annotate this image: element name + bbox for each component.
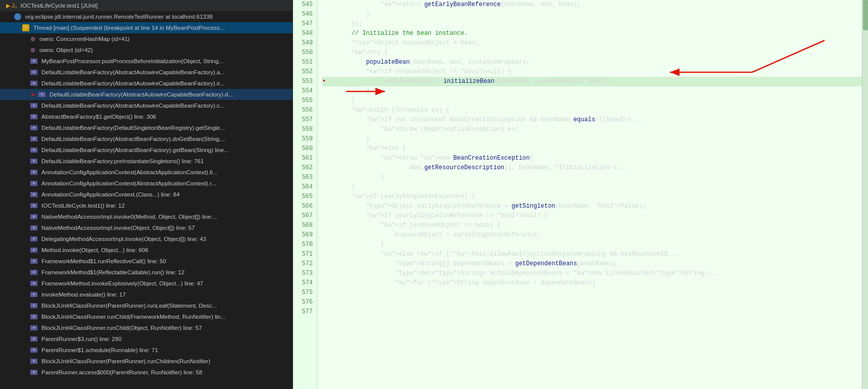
code-text: }	[322, 11, 370, 18]
line-number: 572	[293, 259, 313, 269]
code-line: }	[322, 10, 868, 19]
stack-item-text: DefaultListableBeanFactory(AbstractBeanF…	[41, 134, 225, 143]
code-line: // Initialize the bean instance.	[322, 29, 868, 38]
code-line: "kw">for ("type">String dependentBean : …	[322, 278, 868, 288]
stack-item[interactable]: ≡ MyBeanPostProcessor.postProcessBeforeI…	[0, 56, 293, 67]
line-number: 560	[293, 144, 313, 154]
stack-frame-icon: ≡	[38, 92, 45, 97]
stack-item[interactable]: ≡ ParentRunner$1.schedule(Runnable) line…	[0, 345, 293, 356]
owns-icon: ⊛	[30, 34, 35, 43]
stack-item[interactable]: ≡ NativeMethodAccessorImpl.invoke(Object…	[0, 222, 293, 233]
stack-item-text: BlockJUnit4ClassRunner.runChild(Object, …	[41, 323, 202, 332]
code-line: }	[322, 96, 868, 106]
stack-item[interactable]: ≡ FrameworkMethod$1(ReflectableCallable)…	[0, 267, 293, 278]
stack-item[interactable]: ≡ DefaultListableBeanFactory(DefaultSing…	[0, 122, 293, 133]
stack-item-text: org.eclipse.jdt.internal.junit.runner.Re…	[25, 12, 213, 21]
line-number: 565	[293, 192, 313, 202]
stack-item[interactable]: ≡ IOCTestLifeCycle.test1() line: 12	[0, 200, 293, 211]
code-line: "kw">if (exposedObject != "bool">null) {	[322, 67, 868, 77]
line-number: 557	[293, 115, 313, 125]
code-lines[interactable]: "kw">return getEarlyBeanReference(beanNa…	[317, 0, 868, 288]
line-number: 550	[293, 48, 313, 58]
line-number: 562	[293, 163, 313, 173]
code-line: "kw">if (earlySingletonExposure) {	[322, 192, 868, 202]
stack-item[interactable]: ⊛ owns: ConcurrentHashMap (id=41)	[0, 33, 293, 44]
stack-item[interactable]: ≡ BlockJUnit4ClassRunner.runChild(Object…	[0, 322, 293, 333]
right-scrollbar[interactable]	[862, 0, 868, 389]
code-text: exposedObject = earlySingletonReference;	[322, 231, 541, 238]
stack-item[interactable]: T Thread [main] (Suspended (breakpoint a…	[0, 22, 293, 33]
line-number: 545	[293, 0, 313, 10]
stack-item[interactable]: ≡ AnnotationConfigApplicationContext(Abs…	[0, 167, 293, 178]
stack-item[interactable]: ≡ FrameworkMethod.invokeExplosively(Obje…	[0, 278, 293, 289]
line-number: 570	[293, 240, 313, 250]
code-text: "kw">if	[322, 193, 377, 200]
thread-icon: T	[22, 24, 29, 31]
code-text: }	[322, 135, 370, 142]
stack-item[interactable]: ≡ DefaultListableBeanFactory(AbstractAut…	[0, 100, 293, 111]
stack-frame-icon: ≡	[30, 225, 37, 230]
stack-item-text: ParentRunner$1.schedule(Runnable) line: …	[41, 346, 158, 355]
stack-item[interactable]: ≡ AnnotationConfigApplicationContext.(Cl…	[0, 189, 293, 200]
stack-item[interactable]: ⊛ owns: Object (id=42)	[0, 44, 293, 56]
line-number: 556	[293, 106, 313, 115]
stack-item[interactable]: ≡ InvokeMethod.evaluate() line: 17	[0, 289, 293, 300]
line-number: 568	[293, 221, 313, 230]
code-line: "kw">try {	[322, 48, 868, 58]
code-text: exposedObject = initializeBean(beanName,…	[327, 78, 607, 85]
stack-item[interactable]: ≡ BlockJUnit4ClassRunner(ParentRunner).r…	[0, 300, 293, 311]
line-number: 563	[293, 173, 313, 182]
line-number: 569	[293, 230, 313, 240]
code-line: "type">Set<"type">String> actualDependen…	[322, 269, 868, 278]
stack-item[interactable]: ≡ BlockJUnit4ClassRunner(ParentRunner).r…	[0, 356, 293, 367]
scrollbar-thumb[interactable]	[863, 0, 868, 30]
code-text: });	[322, 20, 362, 27]
code-line: "kw">else "kw">if (!"kw">this.allowRawIn…	[322, 250, 868, 259]
stack-frame-icon: ≡	[30, 125, 37, 130]
stack-item[interactable]: ➤ ≡ DefaultListableBeanFactory(AbstractA…	[0, 89, 293, 100]
stack-item[interactable]: ≡ AbstractBeanFactory$1.getObject() line…	[0, 111, 293, 122]
stack-trace-list[interactable]: ▶ Jᵤ IOCTestLifeCycle.test1 [JUnit] org.…	[0, 0, 293, 389]
stack-item[interactable]: ≡ ParentRunner$3.run() line: 290	[0, 333, 293, 345]
stack-item-text: ParentRunner$3.run() line: 290	[41, 334, 122, 344]
code-line: mbd.getResourceDescription(), beanName, …	[322, 163, 868, 173]
stack-item-text: AnnotationConfigApplicationContext(Abstr…	[41, 168, 217, 177]
stack-item[interactable]: ≡ DefaultListableBeanFactory(AbstractAut…	[0, 78, 293, 89]
code-text: }	[322, 97, 355, 104]
stack-item[interactable]: ≡ ParentRunner.access$000(ParentRunner, …	[0, 367, 293, 378]
stack-item[interactable]: ≡ FrameworkMethod$1.runReflectiveCall() …	[0, 256, 293, 267]
code-line: exposedObject = earlySingletonReference;	[322, 230, 868, 240]
stack-item[interactable]: ≡ DefaultListableBeanFactory.preInstanti…	[0, 156, 293, 167]
stack-frame-icon: ≡	[30, 270, 37, 275]
left-arrow-icon: ➤	[322, 78, 326, 85]
stack-item[interactable]: ≡ BlockJUnit4ClassRunner.runChild(Framew…	[0, 311, 293, 322]
stack-item[interactable]: ≡ AnnotationConfigApplicationContext(Abs…	[0, 178, 293, 189]
stack-frame-icon: ≡	[30, 70, 37, 75]
stack-item-text: BlockJUnit4ClassRunner.runChild(Framewor…	[41, 312, 225, 321]
stack-frame-icon: ≡	[30, 248, 37, 253]
code-text: }	[322, 241, 384, 248]
stack-item[interactable]: org.eclipse.jdt.internal.junit.runner.Re…	[0, 11, 293, 22]
line-number: 546	[293, 10, 313, 19]
stack-item[interactable]: ≡ NativeMethodAccessorImpl.invoke0(Metho…	[0, 211, 293, 222]
code-text: "type">Object	[322, 203, 413, 210]
stack-frame-icon: ≡	[30, 292, 37, 297]
code-line: "type">Object earlySingletonReference = …	[322, 202, 868, 211]
code-line: });	[322, 19, 868, 29]
stack-frame-icon: ≡	[30, 259, 37, 264]
stack-item[interactable]: ▶ Jᵤ IOCTestLifeCycle.test1 [JUnit]	[0, 0, 293, 11]
stack-item[interactable]: ≡ Method.invoke(Object, Object...) line:…	[0, 245, 293, 256]
code-text: "kw">throw	[322, 155, 417, 162]
stack-frame-icon: ≡	[30, 103, 37, 108]
stack-item[interactable]: ≡ DefaultListableBeanFactory(AbstractAut…	[0, 67, 293, 78]
code-line: "kw">return getEarlyBeanReference(beanNa…	[322, 0, 868, 10]
stack-item-text: AbstractBeanFactory$1.getObject() line: …	[41, 112, 156, 121]
code-line: "kw">catch (Throwable ex) {	[322, 106, 868, 115]
code-area: "kw">return getEarlyBeanReference(beanNa…	[317, 0, 868, 389]
code-text: "type">Set	[322, 270, 431, 277]
stack-item[interactable]: ≡ DelegatingMethodAccessorImpl.invoke(Ob…	[0, 233, 293, 245]
stack-item[interactable]: ≡ DefaultListableBeanFactory(AbstractBea…	[0, 133, 293, 144]
stack-item[interactable]: ≡ DefaultListableBeanFactory(AbstractBea…	[0, 144, 293, 156]
stack-frame-icon: ≡	[30, 303, 37, 308]
stack-frame-icon: ≡	[30, 370, 37, 375]
